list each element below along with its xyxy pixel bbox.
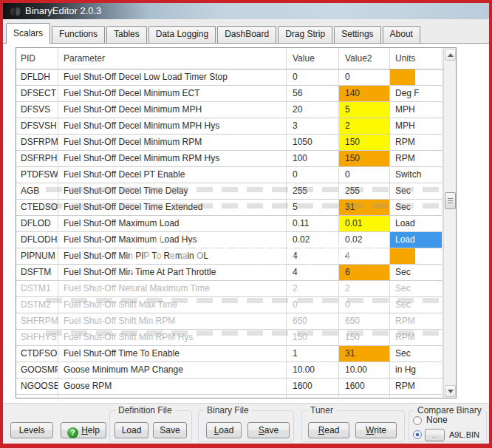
- cell-value2[interactable]: 5: [339, 102, 390, 118]
- cell-parameter[interactable]: Goose RPM: [58, 379, 287, 395]
- radio-compare-file[interactable]: [413, 430, 422, 439]
- cell-value[interactable]: 10.00: [287, 362, 339, 379]
- binary-load-button[interactable]: Load: [206, 422, 242, 438]
- table-row[interactable]: SHFRPM Fuel Shut-Off Shift Min RPM 650 6…: [16, 313, 456, 330]
- cell-units[interactable]: RPM: [390, 135, 443, 151]
- cell-value2[interactable]: 6: [339, 265, 390, 281]
- table-row[interactable]: AGB Fuel Shut-Off Decel Time Delay 255 2…: [16, 183, 456, 200]
- cell-pid[interactable]: DFLOD: [16, 216, 58, 232]
- tuner-write-button[interactable]: Write: [355, 422, 397, 438]
- cell-value[interactable]: 0.02: [287, 232, 339, 248]
- header-value2[interactable]: Value2: [339, 48, 390, 69]
- cell-units[interactable]: RPM: [390, 151, 443, 167]
- cell-value[interactable]: 0: [287, 167, 339, 183]
- cell-pid[interactable]: DSFRPM: [16, 135, 58, 151]
- scrollbar-thumb[interactable]: [445, 192, 456, 209]
- cell-units[interactable]: Switch: [390, 167, 443, 183]
- tab-drag-strip[interactable]: Drag Strip: [278, 26, 332, 43]
- tab-about[interactable]: About: [383, 26, 420, 43]
- browse-button[interactable]: ...: [425, 429, 445, 441]
- cell-value2[interactable]: 4: [339, 248, 390, 265]
- table-row[interactable]: PTDFSW Fuel Shut-Off Decel PT Enable 0 0…: [16, 167, 456, 183]
- cell-parameter[interactable]: Fuel Shut-Off Decel PT Enable: [58, 167, 287, 183]
- cell-parameter[interactable]: Fuel Shut-Off Shift Min RPM: [58, 313, 287, 330]
- header-parameter[interactable]: Parameter: [58, 48, 287, 69]
- radio-none[interactable]: [413, 416, 422, 425]
- cell-value[interactable]: 0: [287, 297, 339, 313]
- cell-units[interactable]: Sec: [390, 346, 443, 362]
- cell-pid[interactable]: DFSVS: [16, 102, 58, 118]
- cell-value2[interactable]: 1600: [339, 379, 390, 395]
- cell-value[interactable]: 2: [287, 281, 339, 297]
- cell-parameter[interactable]: Fuel Shut-Off Decel Minimum ECT: [58, 86, 287, 102]
- cell-pid[interactable]: DFSVSH: [16, 118, 58, 135]
- cell-pid[interactable]: DFSECT: [16, 86, 58, 102]
- header-value[interactable]: Value: [287, 48, 339, 69]
- cell-units[interactable]: MPH: [390, 102, 443, 118]
- cell-units[interactable]: RPM: [390, 313, 443, 330]
- cell-pid[interactable]: GOOSMP: [16, 362, 58, 379]
- table-row[interactable]: DFSECT Fuel Shut-Off Decel Minimum ECT 5…: [16, 86, 456, 102]
- cell-value[interactable]: 3: [287, 118, 339, 135]
- cell-value2[interactable]: 255: [339, 183, 390, 200]
- cell-value[interactable]: 5: [287, 200, 339, 216]
- cell-parameter[interactable]: Fuel Shut-Off Shift Max Time: [58, 297, 287, 313]
- definition-save-button[interactable]: Save: [153, 422, 187, 438]
- tab-tables[interactable]: Tables: [106, 26, 147, 43]
- cell-units[interactable]: RPM: [390, 330, 443, 346]
- cell-parameter[interactable]: Fuel Shut-Off Decel Time Delay: [58, 183, 287, 200]
- table-row[interactable]: GOOSMP Goose Minimum MAP Change 10.00 10…: [16, 362, 456, 379]
- cell-pid[interactable]: NGOOSE: [16, 379, 58, 395]
- table-row[interactable]: DSFTM Fuel Shut-Off Min Time At Part Thr…: [16, 265, 456, 281]
- cell-parameter[interactable]: Fuel Shut-Off Decel Minimum MPH Hys: [58, 118, 287, 135]
- cell-value2[interactable]: 150: [339, 135, 390, 151]
- cell-units[interactable]: Sec: [390, 297, 443, 313]
- tab-data-logging[interactable]: Data Logging: [148, 26, 216, 43]
- cell-parameter[interactable]: Fuel Shut-Off Decel Time Extended: [58, 200, 287, 216]
- cell-units[interactable]: [390, 69, 443, 86]
- table-row[interactable]: PIPNUM Fuel Shut-Off Min PIP To Remain O…: [16, 248, 456, 265]
- table-row[interactable]: NGOOSE Goose RPM 1600 1600 RPM: [16, 379, 456, 395]
- cell-units[interactable]: degrees: [390, 395, 443, 398]
- vertical-scrollbar[interactable]: [443, 48, 456, 398]
- cell-parameter[interactable]: Fuel Shut-Off Min Time At Part Throttle: [58, 265, 287, 281]
- table-row[interactable]: DSFRPM Fuel Shut-Off Decel Minimum RPM 1…: [16, 135, 456, 151]
- cell-value2[interactable]: 2: [339, 281, 390, 297]
- cell-pid[interactable]: DFLODH: [16, 232, 58, 248]
- cell-value[interactable]: 4: [287, 265, 339, 281]
- cell-parameter[interactable]: Fuel Shut-Off Decel Low Load Timer Stop: [58, 69, 287, 86]
- cell-value2[interactable]: 31: [339, 200, 390, 216]
- cell-parameter[interactable]: Fuel Shut-Off Time To Enable: [58, 346, 287, 362]
- table-row[interactable]: DFSVS Fuel Shut-Off Decel Minimum MPH 20…: [16, 102, 456, 118]
- cell-value2[interactable]: 31: [339, 346, 390, 362]
- cell-value[interactable]: 1050: [287, 135, 339, 151]
- cell-value[interactable]: 0.11: [287, 216, 339, 232]
- cell-value2[interactable]: 0: [339, 167, 390, 183]
- cell-value2[interactable]: 2: [339, 118, 390, 135]
- table-row[interactable]: DSTM2 Fuel Shut-Off Shift Max Time 0 0 S…: [16, 297, 456, 313]
- radio-none-label[interactable]: None: [426, 415, 448, 425]
- cell-parameter[interactable]: Fuel Shut-Off Shift Min RPM Hys: [58, 330, 287, 346]
- cell-units[interactable]: Sec: [390, 183, 443, 200]
- cell-parameter[interactable]: Fuel Shut-Off Netural Maximum Time: [58, 281, 287, 297]
- table-row[interactable]: DFSVSH Fuel Shut-Off Decel Minimum MPH H…: [16, 118, 456, 135]
- tab-scalars[interactable]: Scalars: [6, 23, 50, 44]
- tab-dashboard[interactable]: DashBoard: [217, 26, 276, 43]
- cell-value[interactable]: 100: [287, 151, 339, 167]
- table-row[interactable]: DSTM1 Fuel Shut-Off Netural Maximum Time…: [16, 281, 456, 297]
- cell-pid[interactable]: SHFRPM: [16, 313, 58, 330]
- cell-parameter[interactable]: Goose Spark: [58, 395, 287, 398]
- header-units[interactable]: Units: [390, 48, 443, 69]
- table-row[interactable]: DFLODH Fuel Shut-Off Maximum Load Hys 0.…: [16, 232, 456, 248]
- cell-value2[interactable]: 10.00: [339, 362, 390, 379]
- cell-value[interactable]: 20: [287, 102, 339, 118]
- cell-units[interactable]: RPM: [390, 379, 443, 395]
- header-pid[interactable]: PID: [16, 48, 58, 69]
- cell-pid[interactable]: DFLDH: [16, 69, 58, 86]
- table-row[interactable]: DSFRPH Fuel Shut-Off Decel Minimum RPM H…: [16, 151, 456, 167]
- table-row[interactable]: SHFHYS Fuel Shut-Off Shift Min RPM Hys 1…: [16, 330, 456, 346]
- definition-load-button[interactable]: Load: [115, 422, 148, 438]
- table-row[interactable]: CTEDSO Fuel Shut-Off Decel Time Extended…: [16, 200, 456, 216]
- cell-value[interactable]: 0: [287, 69, 339, 86]
- cell-value2[interactable]: 150: [339, 151, 390, 167]
